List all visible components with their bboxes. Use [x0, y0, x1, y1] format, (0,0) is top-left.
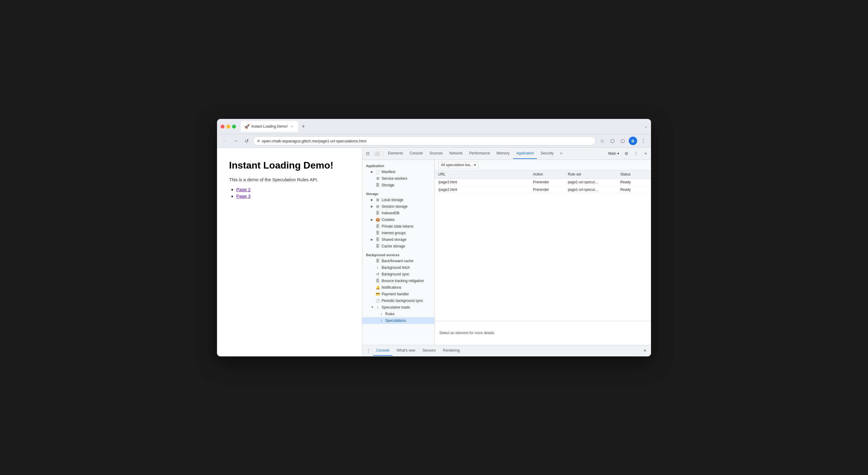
console-bar-tab-whatsnew[interactable]: What's new: [394, 346, 418, 356]
avatar[interactable]: B: [629, 137, 637, 145]
tab-memory[interactable]: Memory: [494, 148, 513, 159]
context-selector[interactable]: Main ▾: [607, 151, 621, 156]
page3-link[interactable]: Page 3: [236, 194, 251, 199]
close-traffic-light[interactable]: [221, 125, 224, 128]
sidebar-item-label: Background fetch: [382, 266, 410, 270]
window-controls-icon[interactable]: ⌄: [644, 124, 647, 128]
cell-status: Ready: [617, 178, 651, 186]
cookies-icon: 🍪: [376, 218, 380, 222]
new-tab-button[interactable]: +: [299, 122, 308, 131]
console-bar-tab-rendering[interactable]: Rendering: [440, 346, 463, 356]
sidebar-item-label: Periodic background sync: [382, 299, 423, 303]
tab-favicon: 🚀: [244, 124, 249, 129]
context-dropdown-icon: ▾: [617, 151, 619, 156]
sidebar-item-background-sync[interactable]: ▶ ↺ Background sync: [362, 271, 434, 277]
background-sync-icon: ↺: [376, 272, 380, 276]
toolbar-separator: [383, 150, 383, 156]
inspect-element-icon[interactable]: ⊡: [364, 149, 372, 158]
devtools-more-icon[interactable]: ⋮: [632, 149, 640, 158]
profile-button[interactable]: ⬡: [619, 137, 627, 145]
tab-more[interactable]: »: [557, 148, 565, 159]
sidebar-item-label: Rules: [385, 312, 395, 316]
main-area: Instant Loading Demo! This is a demo of …: [217, 148, 651, 356]
browser-tab[interactable]: 🚀 Instant Loading Demo! ×: [241, 121, 298, 132]
address-text: open-chalk-asparagus.glitch.me/page1-url…: [262, 139, 592, 143]
page-content: Instant Loading Demo! This is a demo of …: [217, 148, 362, 356]
tab-security[interactable]: Security: [537, 148, 557, 159]
console-bar-tab-console[interactable]: Console: [373, 346, 393, 356]
sidebar-item-service-workers[interactable]: ▶ ⚙ Service workers: [362, 175, 434, 182]
sidebar-item-indexeddb[interactable]: ▶ 🗄 IndexedDB: [362, 210, 434, 216]
refresh-button[interactable]: ↺: [242, 137, 251, 145]
tab-application[interactable]: Application: [513, 148, 537, 159]
maximize-traffic-light[interactable]: [232, 125, 236, 128]
table-row[interactable]: /page2.html Prerender page1-url-specul..…: [435, 186, 651, 193]
sidebar-item-label: Notifications: [382, 285, 401, 290]
sidebar-item-periodic-bg-sync[interactable]: ▶ 🕐 Periodic background sync: [362, 297, 434, 304]
sidebar-item-local-storage[interactable]: ▶ ⊞ Local storage: [362, 197, 434, 203]
table-body: /page3.html Prerender page1-url-specul..…: [435, 178, 651, 193]
speculations-table: URL Action Rule set Status /page3.html P…: [435, 170, 651, 194]
minimize-traffic-light[interactable]: [226, 125, 230, 128]
background-fetch-icon: ↕: [376, 266, 380, 270]
extension-button[interactable]: ⬡: [608, 137, 617, 145]
tab-sources[interactable]: Sources: [427, 148, 446, 159]
console-bar-tab-sensors[interactable]: Sensors: [420, 346, 439, 356]
list-item: Page 2: [236, 187, 350, 192]
sidebar-section-bg-services: Background services: [362, 251, 434, 258]
more-button[interactable]: ⋮: [639, 137, 647, 145]
devtools-close-button[interactable]: ×: [641, 149, 650, 158]
sidebar-item-cookies[interactable]: ▶ 🍪 Cookies: [362, 216, 434, 223]
sidebar-item-bounce-tracking[interactable]: ▶ 🗄 Bounce tracking mitigation: [362, 277, 434, 284]
sidebar-item-background-fetch[interactable]: ▶ ↕ Background fetch: [362, 264, 434, 271]
bookmark-button[interactable]: ☆: [598, 137, 607, 145]
sidebar-item-payment-handler[interactable]: ▶ 💳 Payment handler: [362, 291, 434, 297]
back-button[interactable]: ←: [221, 137, 229, 145]
sidebar-item-storage-overview[interactable]: ▶ 🗄 Storage: [362, 182, 434, 188]
tab-performance[interactable]: Performance: [466, 148, 493, 159]
sidebar-item-rules[interactable]: ▶ ↕ Rules: [362, 310, 434, 317]
devtools-main-panel: All speculative loa... ▾ URL Action Rule: [435, 160, 651, 345]
sidebar-item-label: IndexedDB: [382, 211, 399, 215]
sidebar-item-session-storage[interactable]: ▶ ⊞ Session storage: [362, 203, 434, 210]
console-bar-close-button[interactable]: ×: [641, 347, 649, 354]
console-bar: ⋮ Console What's new Sensors Rendering ×: [362, 345, 651, 356]
sidebar-item-label: Background sync: [382, 272, 409, 276]
tab-close-button[interactable]: ×: [289, 124, 294, 129]
device-toggle-icon[interactable]: ⬜: [373, 149, 381, 158]
payment-handler-icon: 💳: [376, 292, 380, 296]
forward-button[interactable]: →: [231, 137, 240, 145]
sidebar-item-speculative-loads[interactable]: ▼ ↕ Speculative loads: [362, 304, 434, 310]
filter-select[interactable]: All speculative loa... ▾: [438, 161, 478, 168]
title-bar: 🚀 Instant Loading Demo! × + ⌄: [217, 119, 651, 135]
settings-icon[interactable]: ⚙: [622, 149, 630, 158]
console-bar-more-button[interactable]: ⋮: [365, 347, 372, 354]
filter-bar: All speculative loa... ▾: [435, 160, 651, 170]
filter-label: All speculative loa...: [441, 163, 473, 167]
bounce-tracking-icon: 🗄: [376, 279, 380, 283]
sidebar-item-speculations[interactable]: ▶ ↕ Speculations: [362, 317, 434, 324]
address-bar[interactable]: ⊕ open-chalk-asparagus.glitch.me/page1-u…: [253, 136, 596, 145]
sidebar-item-cache-storage[interactable]: ▶ 🗄 Cache storage: [362, 243, 434, 249]
table-row[interactable]: /page3.html Prerender page1-url-specul..…: [435, 178, 651, 186]
sidebar-item-interest-groups[interactable]: ▶ 🗄 Interest groups: [362, 230, 434, 236]
page2-link[interactable]: Page 2: [236, 187, 251, 192]
sidebar-item-manifest[interactable]: ▶ 📄 Manifest: [362, 169, 434, 175]
title-bar-right: ⌄: [644, 124, 647, 128]
tab-console[interactable]: Console: [407, 148, 426, 159]
sidebar-item-label: Back/forward cache: [382, 259, 413, 263]
tab-network[interactable]: Network: [446, 148, 466, 159]
tab-elements[interactable]: Elements: [385, 148, 406, 159]
sidebar-item-label: Cookies: [382, 218, 395, 222]
sidebar-item-back-forward-cache[interactable]: ▶ 🗄 Back/forward cache: [362, 258, 434, 264]
sidebar-item-notifications[interactable]: ▶ 🔔 Notifications: [362, 284, 434, 291]
sidebar-item-shared-storage[interactable]: ▶ 🗄 Shared storage: [362, 236, 434, 243]
sidebar-item-label: Cache storage: [382, 244, 405, 248]
filter-dropdown-icon: ▾: [474, 163, 476, 167]
devtools-toolbar: ⊡ ⬜ Elements Console Sources Network Per…: [362, 148, 651, 160]
expand-icon: ▼: [371, 305, 374, 309]
expand-icon: ▶: [371, 198, 374, 201]
sidebar-item-private-state-tokens[interactable]: ▶ 🗄 Private state tokens: [362, 223, 434, 230]
sidebar-item-label: Bounce tracking mitigation: [382, 279, 424, 283]
speculations-icon: ↕: [379, 319, 383, 323]
